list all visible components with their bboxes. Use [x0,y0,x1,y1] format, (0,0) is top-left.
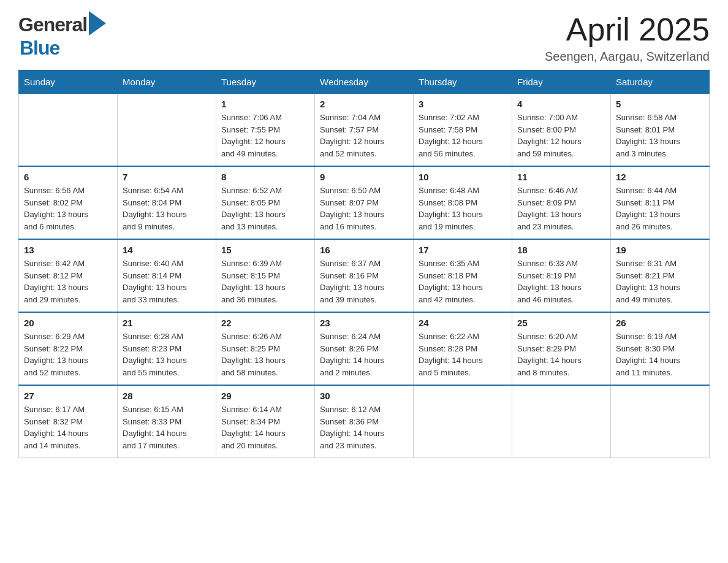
table-row: 14Sunrise: 6:40 AMSunset: 8:14 PMDayligh… [118,239,216,312]
day-number: 23 [320,318,408,328]
table-row [512,385,611,458]
day-number: 28 [123,391,211,401]
day-info: Sunrise: 6:44 AMSunset: 8:11 PMDaylight:… [616,185,704,232]
day-info: Sunrise: 6:24 AMSunset: 8:26 PMDaylight:… [320,331,408,378]
table-row: 13Sunrise: 6:42 AMSunset: 8:12 PMDayligh… [19,239,118,312]
day-number: 27 [24,391,112,401]
day-info: Sunrise: 7:04 AMSunset: 7:57 PMDaylight:… [320,112,408,159]
table-row: 6Sunrise: 6:56 AMSunset: 8:02 PMDaylight… [19,166,118,239]
table-row: 5Sunrise: 6:58 AMSunset: 8:01 PMDaylight… [611,94,710,167]
table-row: 24Sunrise: 6:22 AMSunset: 8:28 PMDayligh… [414,312,512,385]
table-row: 17Sunrise: 6:35 AMSunset: 8:18 PMDayligh… [414,239,512,312]
table-row: 29Sunrise: 6:14 AMSunset: 8:34 PMDayligh… [216,385,315,458]
table-row: 10Sunrise: 6:48 AMSunset: 8:08 PMDayligh… [414,166,512,239]
calendar-week-row: 13Sunrise: 6:42 AMSunset: 8:12 PMDayligh… [19,239,710,312]
day-number: 16 [320,245,408,255]
day-info: Sunrise: 6:28 AMSunset: 8:23 PMDaylight:… [123,331,211,378]
day-number: 13 [24,245,112,255]
weekday-header-row: Sunday Monday Tuesday Wednesday Thursday… [19,71,710,94]
day-info: Sunrise: 6:14 AMSunset: 8:34 PMDaylight:… [221,404,309,451]
table-row: 4Sunrise: 7:00 AMSunset: 8:00 PMDaylight… [512,94,611,167]
col-tuesday: Tuesday [216,71,315,94]
day-info: Sunrise: 6:35 AMSunset: 8:18 PMDaylight:… [419,258,507,305]
day-info: Sunrise: 6:54 AMSunset: 8:04 PMDaylight:… [123,185,211,232]
day-number: 1 [221,99,309,109]
day-info: Sunrise: 6:20 AMSunset: 8:29 PMDaylight:… [517,331,605,378]
calendar-table: Sunday Monday Tuesday Wednesday Thursday… [18,70,710,458]
main-title: April 2025 [545,12,710,47]
table-row: 1Sunrise: 7:06 AMSunset: 7:55 PMDaylight… [216,94,315,167]
table-row: 21Sunrise: 6:28 AMSunset: 8:23 PMDayligh… [118,312,216,385]
day-info: Sunrise: 6:56 AMSunset: 8:02 PMDaylight:… [24,185,112,232]
day-number: 20 [24,318,112,328]
table-row: 25Sunrise: 6:20 AMSunset: 8:29 PMDayligh… [512,312,611,385]
table-row: 16Sunrise: 6:37 AMSunset: 8:16 PMDayligh… [315,239,414,312]
logo: General Blue [18,12,106,59]
day-info: Sunrise: 6:26 AMSunset: 8:25 PMDaylight:… [221,331,309,378]
day-info: Sunrise: 6:58 AMSunset: 8:01 PMDaylight:… [616,112,704,159]
table-row: 18Sunrise: 6:33 AMSunset: 8:19 PMDayligh… [512,239,611,312]
table-row [611,385,710,458]
day-number: 17 [419,245,507,255]
day-info: Sunrise: 6:52 AMSunset: 8:05 PMDaylight:… [221,185,309,232]
day-info: Sunrise: 6:42 AMSunset: 8:12 PMDaylight:… [24,258,112,305]
day-number: 24 [419,318,507,328]
table-row: 23Sunrise: 6:24 AMSunset: 8:26 PMDayligh… [315,312,414,385]
table-row: 3Sunrise: 7:02 AMSunset: 7:58 PMDaylight… [414,94,512,167]
table-row [19,94,118,167]
day-info: Sunrise: 6:46 AMSunset: 8:09 PMDaylight:… [517,185,605,232]
calendar-week-row: 27Sunrise: 6:17 AMSunset: 8:32 PMDayligh… [19,385,710,458]
day-number: 14 [123,245,211,255]
table-row: 30Sunrise: 6:12 AMSunset: 8:36 PMDayligh… [315,385,414,458]
day-info: Sunrise: 6:19 AMSunset: 8:30 PMDaylight:… [616,331,704,378]
table-row: 28Sunrise: 6:15 AMSunset: 8:33 PMDayligh… [118,385,216,458]
day-info: Sunrise: 6:39 AMSunset: 8:15 PMDaylight:… [221,258,309,305]
calendar-week-row: 6Sunrise: 6:56 AMSunset: 8:02 PMDaylight… [19,166,710,239]
table-row: 27Sunrise: 6:17 AMSunset: 8:32 PMDayligh… [19,385,118,458]
table-row: 7Sunrise: 6:54 AMSunset: 8:04 PMDaylight… [118,166,216,239]
col-thursday: Thursday [414,71,512,94]
day-number: 2 [320,99,408,109]
day-number: 7 [123,172,211,182]
logo-blue-text: Blue [20,37,59,59]
day-info: Sunrise: 6:22 AMSunset: 8:28 PMDaylight:… [419,331,507,378]
day-number: 22 [221,318,309,328]
day-info: Sunrise: 7:00 AMSunset: 8:00 PMDaylight:… [517,112,605,159]
col-monday: Monday [118,71,216,94]
day-number: 15 [221,245,309,255]
day-number: 29 [221,391,309,401]
table-row: 22Sunrise: 6:26 AMSunset: 8:25 PMDayligh… [216,312,315,385]
table-row [118,94,216,167]
day-info: Sunrise: 6:31 AMSunset: 8:21 PMDaylight:… [616,258,704,305]
day-info: Sunrise: 6:12 AMSunset: 8:36 PMDaylight:… [320,404,408,451]
day-number: 11 [517,172,605,182]
calendar-week-row: 1Sunrise: 7:06 AMSunset: 7:55 PMDaylight… [19,94,710,167]
day-info: Sunrise: 6:48 AMSunset: 8:08 PMDaylight:… [419,185,507,232]
title-block: April 2025 Seengen, Aargau, Switzerland [545,12,710,64]
day-number: 21 [123,318,211,328]
col-wednesday: Wednesday [315,71,414,94]
col-saturday: Saturday [611,71,710,94]
table-row: 20Sunrise: 6:29 AMSunset: 8:22 PMDayligh… [19,312,118,385]
day-number: 26 [616,318,704,328]
day-info: Sunrise: 7:02 AMSunset: 7:58 PMDaylight:… [419,112,507,159]
day-number: 9 [320,172,408,182]
logo-triangle-icon [89,11,106,36]
day-info: Sunrise: 6:29 AMSunset: 8:22 PMDaylight:… [24,331,112,378]
table-row [414,385,512,458]
day-info: Sunrise: 6:50 AMSunset: 8:07 PMDaylight:… [320,185,408,232]
day-number: 6 [24,172,112,182]
calendar-week-row: 20Sunrise: 6:29 AMSunset: 8:22 PMDayligh… [19,312,710,385]
day-number: 12 [616,172,704,182]
table-row: 2Sunrise: 7:04 AMSunset: 7:57 PMDaylight… [315,94,414,167]
day-number: 18 [517,245,605,255]
table-row: 15Sunrise: 6:39 AMSunset: 8:15 PMDayligh… [216,239,315,312]
table-row: 11Sunrise: 6:46 AMSunset: 8:09 PMDayligh… [512,166,611,239]
day-info: Sunrise: 6:17 AMSunset: 8:32 PMDaylight:… [24,404,112,451]
col-friday: Friday [512,71,611,94]
day-number: 5 [616,99,704,109]
page-header: General Blue April 2025 Seengen, Aargau,… [18,12,710,64]
day-info: Sunrise: 7:06 AMSunset: 7:55 PMDaylight:… [221,112,309,159]
day-number: 19 [616,245,704,255]
day-info: Sunrise: 6:37 AMSunset: 8:16 PMDaylight:… [320,258,408,305]
